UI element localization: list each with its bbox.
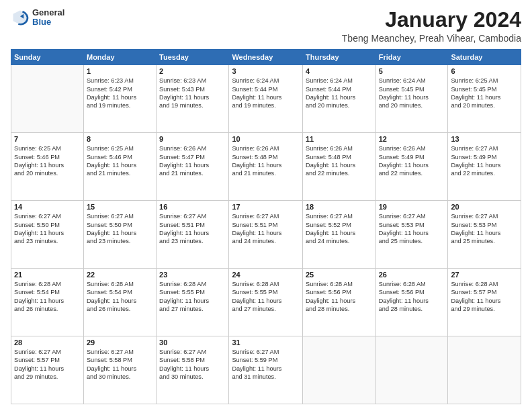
day-number: 9 xyxy=(159,135,226,143)
logo-blue-label: Blue xyxy=(32,17,64,27)
col-sunday: Sunday xyxy=(11,50,84,65)
day-content: Sunrise: 6:24 AM Sunset: 5:44 PM Dayligh… xyxy=(232,77,300,110)
day-content: Sunrise: 6:24 AM Sunset: 5:44 PM Dayligh… xyxy=(306,77,373,110)
table-row: 26Sunrise: 6:28 AM Sunset: 5:56 PM Dayli… xyxy=(375,269,448,336)
table-row: 23Sunrise: 6:28 AM Sunset: 5:55 PM Dayli… xyxy=(157,269,229,336)
day-content: Sunrise: 6:27 AM Sunset: 5:58 PM Dayligh… xyxy=(87,348,153,381)
day-content: Sunrise: 6:26 AM Sunset: 5:48 PM Dayligh… xyxy=(306,144,373,178)
day-number: 3 xyxy=(232,67,300,75)
day-content: Sunrise: 6:27 AM Sunset: 5:51 PM Dayligh… xyxy=(159,212,226,246)
day-number: 27 xyxy=(451,271,518,279)
table-row: 4Sunrise: 6:24 AM Sunset: 5:44 PM Daylig… xyxy=(303,65,376,133)
table-row xyxy=(448,336,521,404)
day-number: 20 xyxy=(451,203,518,211)
day-number: 11 xyxy=(306,135,373,143)
day-number: 14 xyxy=(14,203,81,211)
table-row: 5Sunrise: 6:24 AM Sunset: 5:45 PM Daylig… xyxy=(375,65,448,133)
day-number: 21 xyxy=(14,271,81,279)
day-number: 1 xyxy=(87,67,153,75)
table-row: 12Sunrise: 6:26 AM Sunset: 5:49 PM Dayli… xyxy=(375,133,448,201)
day-content: Sunrise: 6:28 AM Sunset: 5:56 PM Dayligh… xyxy=(306,280,373,314)
day-number: 28 xyxy=(14,338,81,347)
subtitle: Tbeng Meanchey, Preah Vihear, Cambodia xyxy=(342,33,521,44)
table-row: 19Sunrise: 6:27 AM Sunset: 5:53 PM Dayli… xyxy=(375,201,448,269)
day-number: 16 xyxy=(159,203,226,211)
day-content: Sunrise: 6:27 AM Sunset: 5:59 PM Dayligh… xyxy=(232,348,300,381)
day-number: 22 xyxy=(87,271,153,279)
col-saturday: Saturday xyxy=(448,50,521,65)
col-tuesday: Tuesday xyxy=(157,50,229,65)
day-content: Sunrise: 6:27 AM Sunset: 5:57 PM Dayligh… xyxy=(14,348,81,381)
table-row: 14Sunrise: 6:27 AM Sunset: 5:50 PM Dayli… xyxy=(11,201,84,269)
day-number: 5 xyxy=(379,67,445,75)
day-content: Sunrise: 6:25 AM Sunset: 5:46 PM Dayligh… xyxy=(87,144,153,178)
table-row: 6Sunrise: 6:25 AM Sunset: 5:45 PM Daylig… xyxy=(448,65,521,133)
title-block: January 2024 Tbeng Meanchey, Preah Vihea… xyxy=(342,8,521,44)
col-monday: Monday xyxy=(83,50,156,65)
day-number: 2 xyxy=(159,67,226,75)
day-content: Sunrise: 6:27 AM Sunset: 5:51 PM Dayligh… xyxy=(232,212,300,246)
day-number: 6 xyxy=(451,67,518,75)
table-row: 18Sunrise: 6:27 AM Sunset: 5:52 PM Dayli… xyxy=(303,201,376,269)
day-content: Sunrise: 6:23 AM Sunset: 5:42 PM Dayligh… xyxy=(87,77,153,110)
logo: General Blue xyxy=(11,8,64,28)
table-row: 22Sunrise: 6:28 AM Sunset: 5:54 PM Dayli… xyxy=(83,269,156,336)
table-row: 20Sunrise: 6:27 AM Sunset: 5:53 PM Dayli… xyxy=(448,201,521,269)
day-content: Sunrise: 6:27 AM Sunset: 5:53 PM Dayligh… xyxy=(451,212,518,246)
table-row xyxy=(11,65,84,133)
table-row: 30Sunrise: 6:27 AM Sunset: 5:58 PM Dayli… xyxy=(157,336,229,404)
table-row: 9Sunrise: 6:26 AM Sunset: 5:47 PM Daylig… xyxy=(157,133,229,201)
table-row: 13Sunrise: 6:27 AM Sunset: 5:49 PM Dayli… xyxy=(448,133,521,201)
calendar-header-row: Sunday Monday Tuesday Wednesday Thursday… xyxy=(11,50,521,65)
table-row: 10Sunrise: 6:26 AM Sunset: 5:48 PM Dayli… xyxy=(229,133,303,201)
col-thursday: Thursday xyxy=(303,50,376,65)
day-content: Sunrise: 6:28 AM Sunset: 5:54 PM Dayligh… xyxy=(14,280,81,314)
day-number: 18 xyxy=(306,203,373,211)
day-content: Sunrise: 6:27 AM Sunset: 5:49 PM Dayligh… xyxy=(451,144,518,178)
table-row: 7Sunrise: 6:25 AM Sunset: 5:46 PM Daylig… xyxy=(11,133,84,201)
day-content: Sunrise: 6:27 AM Sunset: 5:50 PM Dayligh… xyxy=(14,212,81,246)
table-row: 15Sunrise: 6:27 AM Sunset: 5:50 PM Dayli… xyxy=(83,201,156,269)
col-friday: Friday xyxy=(375,50,448,65)
table-row: 31Sunrise: 6:27 AM Sunset: 5:59 PM Dayli… xyxy=(229,336,303,404)
table-row: 29Sunrise: 6:27 AM Sunset: 5:58 PM Dayli… xyxy=(83,336,156,404)
table-row: 21Sunrise: 6:28 AM Sunset: 5:54 PM Dayli… xyxy=(11,269,84,336)
day-number: 12 xyxy=(379,135,445,143)
day-content: Sunrise: 6:26 AM Sunset: 5:49 PM Dayligh… xyxy=(379,144,445,178)
day-content: Sunrise: 6:24 AM Sunset: 5:45 PM Dayligh… xyxy=(379,77,445,110)
logo-icon xyxy=(11,8,30,27)
day-content: Sunrise: 6:27 AM Sunset: 5:58 PM Dayligh… xyxy=(159,348,226,381)
main-title: January 2024 xyxy=(342,8,521,32)
day-number: 26 xyxy=(379,271,445,279)
day-number: 23 xyxy=(159,271,226,279)
table-row: 24Sunrise: 6:28 AM Sunset: 5:55 PM Dayli… xyxy=(229,269,303,336)
day-content: Sunrise: 6:27 AM Sunset: 5:52 PM Dayligh… xyxy=(306,212,373,246)
calendar-table: Sunday Monday Tuesday Wednesday Thursday… xyxy=(11,49,521,404)
logo-general-label: General xyxy=(32,8,64,17)
table-row: 2Sunrise: 6:23 AM Sunset: 5:43 PM Daylig… xyxy=(157,65,229,133)
table-row: 1Sunrise: 6:23 AM Sunset: 5:42 PM Daylig… xyxy=(83,65,156,133)
day-number: 24 xyxy=(232,271,300,279)
day-number: 17 xyxy=(232,203,300,211)
day-number: 31 xyxy=(232,338,300,347)
table-row: 3Sunrise: 6:24 AM Sunset: 5:44 PM Daylig… xyxy=(229,65,303,133)
table-row: 16Sunrise: 6:27 AM Sunset: 5:51 PM Dayli… xyxy=(157,201,229,269)
page: General Blue January 2024 Tbeng Meanchey… xyxy=(0,0,532,411)
table-row: 25Sunrise: 6:28 AM Sunset: 5:56 PM Dayli… xyxy=(303,269,376,336)
day-number: 7 xyxy=(14,135,81,143)
day-number: 10 xyxy=(232,135,300,143)
day-number: 29 xyxy=(87,338,153,347)
day-content: Sunrise: 6:26 AM Sunset: 5:48 PM Dayligh… xyxy=(232,144,300,178)
table-row xyxy=(303,336,376,404)
table-row: 28Sunrise: 6:27 AM Sunset: 5:57 PM Dayli… xyxy=(11,336,84,404)
day-number: 15 xyxy=(87,203,153,211)
header: General Blue January 2024 Tbeng Meanchey… xyxy=(11,8,521,44)
day-number: 25 xyxy=(306,271,373,279)
day-content: Sunrise: 6:27 AM Sunset: 5:53 PM Dayligh… xyxy=(379,212,445,246)
day-content: Sunrise: 6:28 AM Sunset: 5:57 PM Dayligh… xyxy=(451,280,518,314)
table-row: 8Sunrise: 6:25 AM Sunset: 5:46 PM Daylig… xyxy=(83,133,156,201)
day-number: 13 xyxy=(451,135,518,143)
day-content: Sunrise: 6:27 AM Sunset: 5:50 PM Dayligh… xyxy=(87,212,153,246)
day-number: 19 xyxy=(379,203,445,211)
day-content: Sunrise: 6:28 AM Sunset: 5:54 PM Dayligh… xyxy=(87,280,153,314)
